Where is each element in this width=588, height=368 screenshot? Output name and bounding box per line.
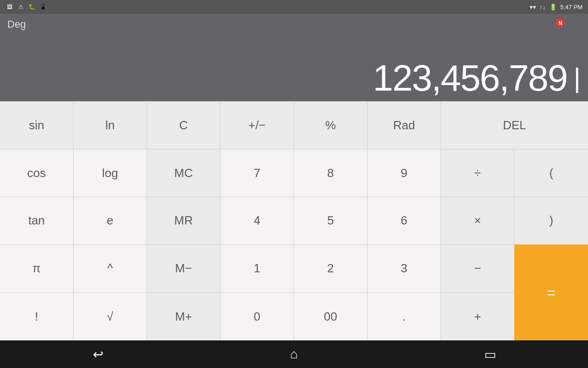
wifi-icon: ▾▾ (530, 4, 536, 11)
log-button[interactable]: log (74, 150, 147, 197)
mc-button[interactable]: MC (147, 150, 220, 197)
percent-button[interactable]: % (294, 102, 368, 150)
battery-icon: 🔋 (549, 4, 557, 11)
mminus-button[interactable]: M− (147, 245, 220, 293)
key-4[interactable]: 4 (220, 197, 294, 245)
ln-button[interactable]: ln (74, 102, 147, 150)
calculator-display: Deg N 123,456,789 | (0, 14, 588, 101)
key-9[interactable]: 9 (368, 150, 441, 197)
plus-button[interactable]: + (441, 293, 514, 340)
android-icon: 📱 (39, 3, 47, 11)
mr-button[interactable]: MR (147, 197, 220, 245)
divide-button[interactable]: ÷ (441, 150, 514, 197)
plus-minus-button[interactable]: +/− (220, 102, 294, 150)
tan-button[interactable]: tan (0, 197, 74, 245)
angle-mode-label[interactable]: Deg (7, 18, 581, 30)
status-icons: 🖼 ⚠ 🐛 📱 (6, 3, 47, 11)
status-right: ▾▾ ↑↓ 🔋 5:47 PM (530, 4, 582, 11)
home-button[interactable]: ⌂ (280, 345, 308, 363)
n-badge: N (556, 18, 565, 28)
close-paren-button[interactable]: ) (514, 197, 588, 245)
time-display: 5:47 PM (560, 4, 582, 11)
sqrt-button[interactable]: √ (74, 293, 147, 340)
sin-button[interactable]: sin (0, 102, 74, 150)
navigation-bar: ↩ ⌂ ▭ (0, 340, 588, 368)
pi-button[interactable]: π (0, 245, 74, 293)
signal-icon: ↑↓ (540, 4, 546, 11)
key-0[interactable]: 0 (220, 293, 294, 340)
key-8[interactable]: 8 (294, 150, 368, 197)
equals-button[interactable]: = (514, 245, 588, 340)
key-1[interactable]: 1 (220, 245, 294, 293)
delete-button[interactable]: DEL (441, 102, 588, 150)
key-5[interactable]: 5 (294, 197, 368, 245)
cos-button[interactable]: cos (0, 150, 74, 197)
main-number-display: 123,456,789 (373, 60, 567, 97)
status-bar: 🖼 ⚠ 🐛 📱 ▾▾ ↑↓ 🔋 5:47 PM (0, 0, 588, 14)
picture-icon: 🖼 (6, 3, 14, 11)
key-3[interactable]: 3 (368, 245, 441, 293)
multiply-button[interactable]: × (441, 197, 514, 245)
clear-button[interactable]: C (147, 102, 220, 150)
key-7[interactable]: 7 (220, 150, 294, 197)
rad-button[interactable]: Rad (368, 102, 441, 150)
mplus-button[interactable]: M+ (147, 293, 220, 340)
alert-icon: ⚠ (17, 3, 25, 11)
recent-button[interactable]: ▭ (476, 345, 504, 363)
minus-button[interactable]: − (441, 245, 514, 293)
key-2[interactable]: 2 (294, 245, 368, 293)
decimal-button[interactable]: . (368, 293, 441, 340)
cursor: | (573, 64, 581, 92)
back-button[interactable]: ↩ (84, 345, 112, 363)
open-paren-button[interactable]: ( (514, 150, 588, 197)
key-00[interactable]: 00 (294, 293, 368, 340)
power-button[interactable]: ^ (74, 245, 147, 293)
calculator-keypad: sin ln C +/− % Rad DEL cos log MC 7 8 9 … (0, 101, 588, 340)
number-display-row: N 123,456,789 | (7, 60, 581, 97)
bug-icon: 🐛 (28, 3, 36, 11)
factorial-button[interactable]: ! (0, 293, 74, 340)
key-6[interactable]: 6 (368, 197, 441, 245)
e-button[interactable]: e (74, 197, 147, 245)
